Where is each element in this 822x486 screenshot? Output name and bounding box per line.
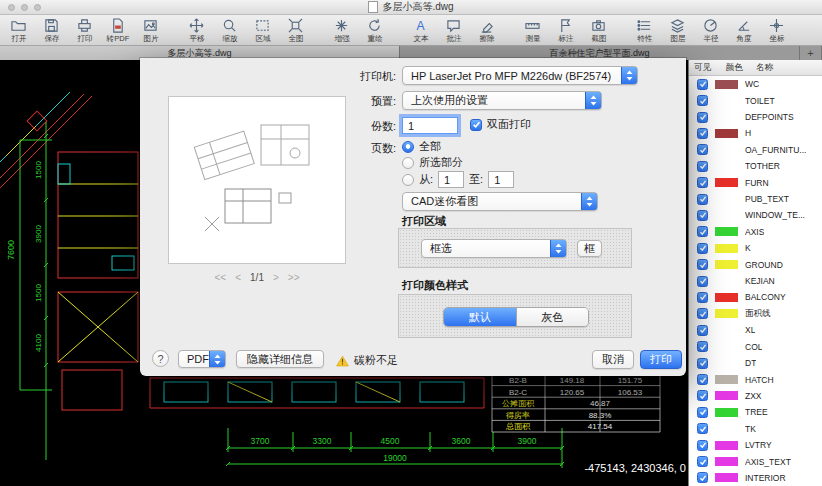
- snapshot-button[interactable]: 截图: [582, 16, 615, 44]
- first-page-button[interactable]: <<: [215, 272, 227, 283]
- layer-color-swatch[interactable]: [715, 457, 738, 466]
- last-page-button[interactable]: >>: [288, 272, 300, 283]
- layer-visibility-checkbox[interactable]: [697, 358, 708, 369]
- layer-visibility-checkbox[interactable]: [697, 144, 708, 155]
- app-options-select[interactable]: CAD迷你看图: [402, 192, 598, 211]
- area-mode-select[interactable]: 框选: [421, 239, 567, 258]
- annotate-button[interactable]: 批注: [437, 16, 470, 44]
- layer-row[interactable]: INTERIOR: [689, 470, 822, 486]
- layer-color-swatch[interactable]: [715, 129, 738, 138]
- two-sided-checkbox[interactable]: [470, 119, 482, 131]
- coordinates-button[interactable]: 坐标: [760, 16, 793, 44]
- color-gray-segment[interactable]: 灰色: [516, 308, 589, 326]
- layer-visibility-checkbox[interactable]: [697, 210, 708, 221]
- layer-row[interactable]: DEFPOINTS: [689, 109, 822, 125]
- layer-row[interactable]: PUB_TEXT: [689, 191, 822, 207]
- next-page-button[interactable]: >: [273, 272, 279, 283]
- layer-row[interactable]: TK: [689, 421, 822, 437]
- layer-color-swatch[interactable]: [715, 211, 738, 220]
- hide-details-button[interactable]: 隐藏详细信息: [236, 350, 324, 368]
- layer-color-swatch[interactable]: [715, 227, 738, 236]
- traffic-lights[interactable]: [8, 4, 41, 11]
- layer-color-swatch[interactable]: [715, 178, 738, 187]
- layer-visibility-checkbox[interactable]: [697, 259, 708, 270]
- layer-color-swatch[interactable]: [715, 309, 738, 318]
- layer-visibility-checkbox[interactable]: [697, 456, 708, 467]
- zoom-window-icon[interactable]: [34, 4, 41, 11]
- layer-row[interactable]: H: [689, 125, 822, 141]
- layer-visibility-checkbox[interactable]: [697, 407, 708, 418]
- layer-color-swatch[interactable]: [715, 80, 738, 89]
- layer-row[interactable]: FURN: [689, 174, 822, 190]
- layer-color-swatch[interactable]: [715, 424, 738, 433]
- layer-color-swatch[interactable]: [715, 473, 738, 482]
- layer-color-swatch[interactable]: [715, 441, 738, 450]
- layer-visibility-checkbox[interactable]: [697, 177, 708, 188]
- layer-row[interactable]: WC: [689, 76, 822, 92]
- layer-row[interactable]: XL: [689, 322, 822, 338]
- layer-row[interactable]: ZXX: [689, 388, 822, 404]
- layer-color-swatch[interactable]: [715, 326, 738, 335]
- layer-row[interactable]: HATCH: [689, 371, 822, 387]
- layer-visibility-checkbox[interactable]: [697, 440, 708, 451]
- layer-color-swatch[interactable]: [715, 391, 738, 400]
- layer-color-swatch[interactable]: [715, 145, 738, 154]
- layer-color-swatch[interactable]: [715, 293, 738, 302]
- measure-button[interactable]: 测量: [516, 16, 549, 44]
- layer-visibility-checkbox[interactable]: [697, 472, 708, 483]
- layers-button[interactable]: 图层: [661, 16, 694, 44]
- layer-row[interactable]: OA_FURNITU...: [689, 142, 822, 158]
- angle-button[interactable]: 角度: [727, 16, 760, 44]
- redraw-button[interactable]: 重绘: [358, 16, 391, 44]
- layer-visibility-checkbox[interactable]: [697, 276, 708, 287]
- convert-pdf-button[interactable]: 转PDF: [101, 16, 134, 44]
- zoom-region-button[interactable]: 区域: [246, 16, 279, 44]
- pan-button[interactable]: 平移: [180, 16, 213, 44]
- pages-all-radio[interactable]: [402, 141, 414, 153]
- open-button[interactable]: 打开: [2, 16, 35, 44]
- properties-button[interactable]: 特性: [628, 16, 661, 44]
- fit-view-button[interactable]: 全图: [279, 16, 312, 44]
- layer-color-swatch[interactable]: [715, 359, 738, 368]
- layer-color-swatch[interactable]: [715, 342, 738, 351]
- layer-visibility-checkbox[interactable]: [697, 325, 708, 336]
- export-image-button[interactable]: 图片: [134, 16, 167, 44]
- layer-visibility-checkbox[interactable]: [697, 226, 708, 237]
- text-button[interactable]: A文本: [404, 16, 437, 44]
- layer-visibility-checkbox[interactable]: [697, 161, 708, 172]
- layer-row[interactable]: TOTHER: [689, 158, 822, 174]
- layer-visibility-checkbox[interactable]: [697, 292, 708, 303]
- layer-row[interactable]: WINDOW_TE...: [689, 207, 822, 223]
- layer-row[interactable]: DT: [689, 355, 822, 371]
- print-button[interactable]: 打印: [640, 350, 682, 369]
- pdf-menu-button[interactable]: PDF: [178, 350, 226, 368]
- layer-visibility-checkbox[interactable]: [697, 341, 708, 352]
- layer-color-swatch[interactable]: [715, 162, 738, 171]
- new-tab-button[interactable]: +: [800, 46, 822, 60]
- layer-row[interactable]: AXIS: [689, 224, 822, 240]
- cancel-button[interactable]: 取消: [592, 350, 634, 369]
- layer-visibility-checkbox[interactable]: [697, 95, 708, 106]
- layer-row[interactable]: AXIS_TEXT: [689, 453, 822, 469]
- layer-row[interactable]: TOILET: [689, 92, 822, 108]
- color-default-segment[interactable]: 默认: [444, 308, 516, 326]
- layer-visibility-checkbox[interactable]: [697, 79, 708, 90]
- close-window-icon[interactable]: [8, 4, 15, 11]
- pages-range-radio[interactable]: [402, 174, 414, 186]
- layer-visibility-checkbox[interactable]: [697, 243, 708, 254]
- layer-visibility-checkbox[interactable]: [697, 390, 708, 401]
- layer-row[interactable]: K: [689, 240, 822, 256]
- layer-row[interactable]: KEJIAN: [689, 273, 822, 289]
- layer-row[interactable]: LVTRY: [689, 437, 822, 453]
- print-button[interactable]: 打印: [68, 16, 101, 44]
- layer-row[interactable]: BALCONY: [689, 289, 822, 305]
- pages-from-input[interactable]: 1: [438, 171, 464, 188]
- zoom-button[interactable]: 缩放: [213, 16, 246, 44]
- help-button[interactable]: ?: [152, 350, 169, 367]
- enhance-button[interactable]: 增强: [325, 16, 358, 44]
- layer-row[interactable]: COL: [689, 339, 822, 355]
- presets-select[interactable]: 上次使用的设置: [402, 91, 602, 110]
- layer-row[interactable]: GROUND: [689, 256, 822, 272]
- layer-color-swatch[interactable]: [715, 277, 738, 286]
- layer-visibility-checkbox[interactable]: [697, 374, 708, 385]
